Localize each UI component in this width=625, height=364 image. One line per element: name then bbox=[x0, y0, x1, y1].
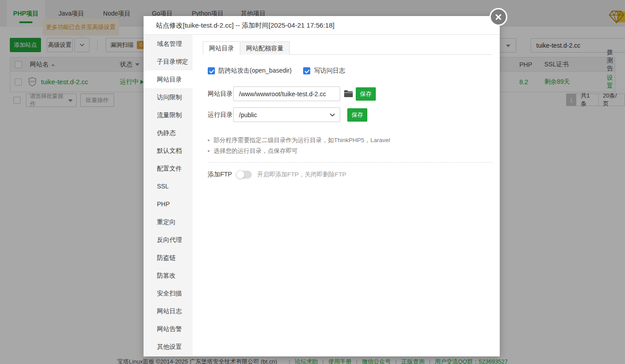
modal-close-button[interactable] bbox=[489, 8, 507, 26]
run-directory-select[interactable]: /public bbox=[233, 107, 340, 122]
bullet-dot bbox=[208, 150, 210, 152]
site-directory-input[interactable] bbox=[233, 86, 340, 101]
add-ftp-label: 添加FTP bbox=[208, 171, 236, 179]
site-directory-row: 网站目录 保存 bbox=[208, 86, 493, 101]
folder-icon bbox=[344, 90, 353, 98]
modal-menu-item[interactable]: 访问限制 bbox=[144, 88, 193, 106]
modal-tabs: 网站目录网站配额容量 bbox=[203, 41, 493, 55]
note-text: 选择您的运行目录，点保存即可 bbox=[214, 146, 298, 156]
site-directory-label: 网站目录 bbox=[208, 90, 233, 98]
open-basedir-option: 防跨站攻击(open_basedir) bbox=[208, 67, 292, 75]
modal-menu-item[interactable]: 网站日志 bbox=[144, 302, 193, 320]
note-text: 部分程序需要指定二级目录作为运行目录，如ThinkPHP5，Laravel bbox=[214, 135, 390, 146]
modal-menu-item[interactable]: 网站告警 bbox=[144, 320, 193, 338]
run-directory-label: 运行目录 bbox=[208, 111, 233, 119]
modal-menu-item[interactable]: 防盗链 bbox=[144, 249, 193, 266]
modal-menu-item[interactable]: 子目录绑定 bbox=[144, 53, 193, 70]
access-log-option: 写访问日志 bbox=[303, 67, 345, 75]
save-run-directory-button[interactable]: 保存 bbox=[347, 108, 367, 122]
toggle-knob bbox=[236, 170, 245, 179]
modal-menu: 域名管理子目录绑定网站目录访问限制流量限制伪静态默认文档配置文件SSLPHP重定… bbox=[144, 35, 193, 356]
modal-menu-item[interactable]: 反向代理 bbox=[144, 231, 193, 249]
site-dir-form: 防跨站攻击(open_basedir) 写访问日志 网站目录 bbox=[203, 67, 493, 179]
modal-menu-item[interactable]: 配置文件 bbox=[144, 160, 193, 177]
modal-tab[interactable]: 网站目录 bbox=[203, 41, 240, 55]
site-settings-modal: 站点修改[tuike-test.d-2.cc] -- 添加时间[2025-04-… bbox=[144, 16, 500, 356]
modal-menu-item[interactable]: 防篡改 bbox=[144, 266, 193, 284]
dashed-divider bbox=[208, 162, 493, 163]
help-notes: 部分程序需要指定二级目录作为运行目录，如ThinkPHP5，Laravel 选择… bbox=[208, 135, 493, 156]
modal-menu-item[interactable]: 流量限制 bbox=[144, 106, 193, 124]
screen: PHP项目Java项目Node项目Go项目Python项目其他项目 更多功能已合… bbox=[0, 0, 625, 364]
modal-tab[interactable]: 网站配额容量 bbox=[240, 41, 290, 55]
add-ftp-row: 添加FTP 开启即添加FTP，关闭即删除FTP bbox=[208, 171, 493, 179]
chevron-down-icon bbox=[329, 113, 335, 117]
access-log-label: 写访问日志 bbox=[314, 67, 345, 75]
bullet-dot bbox=[208, 139, 210, 141]
modal-title: 站点修改[tuike-test.d-2.cc] -- 添加时间[2025-04-… bbox=[144, 16, 500, 35]
browse-folder-button[interactable] bbox=[344, 89, 354, 99]
run-directory-value: /public bbox=[239, 111, 257, 119]
access-log-checkbox[interactable] bbox=[303, 67, 310, 74]
modal-menu-item[interactable]: 重定向 bbox=[144, 213, 193, 231]
options-row: 防跨站攻击(open_basedir) 写访问日志 bbox=[208, 67, 493, 75]
help-note: 部分程序需要指定二级目录作为运行目录，如ThinkPHP5，Laravel bbox=[208, 135, 493, 146]
modal-menu-item[interactable]: 安全扫描 bbox=[144, 284, 193, 302]
save-site-directory-button[interactable]: 保存 bbox=[356, 87, 376, 101]
modal-menu-item[interactable]: 伪静态 bbox=[144, 124, 193, 142]
help-note: 选择您的运行目录，点保存即可 bbox=[208, 146, 493, 156]
open-basedir-label: 防跨站攻击(open_basedir) bbox=[218, 67, 292, 75]
modal-content: 网站目录网站配额容量 防跨站攻击(open_basedir) 写访问日志 网站目… bbox=[193, 35, 500, 356]
modal-menu-item[interactable]: 默认文档 bbox=[144, 142, 193, 160]
modal-menu-item[interactable]: 域名管理 bbox=[144, 35, 193, 53]
modal-menu-item[interactable]: SSL bbox=[144, 177, 193, 195]
add-ftp-toggle[interactable] bbox=[236, 171, 252, 179]
open-basedir-checkbox[interactable] bbox=[208, 67, 215, 74]
run-directory-row: 运行目录 /public 保存 bbox=[208, 107, 493, 122]
modal-menu-item[interactable]: 其他设置 bbox=[144, 338, 193, 356]
modal-menu-item[interactable]: 网站目录 bbox=[144, 70, 193, 88]
add-ftp-hint: 开启即添加FTP，关闭即删除FTP bbox=[257, 171, 346, 179]
modal-menu-item[interactable]: PHP bbox=[144, 195, 193, 213]
